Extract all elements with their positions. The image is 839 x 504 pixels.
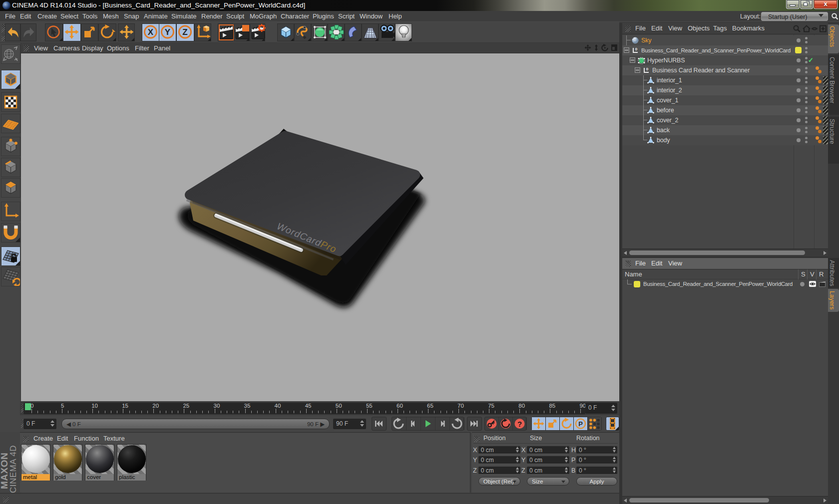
- svg-text:0: 0: [646, 67, 649, 71]
- svg-text:X: X: [147, 27, 153, 37]
- svg-text:?: ?: [517, 420, 522, 428]
- svg-text:Y: Y: [165, 27, 171, 37]
- svg-text:0: 0: [635, 47, 638, 51]
- svg-text:Z: Z: [183, 27, 188, 37]
- svg-text:P: P: [578, 420, 583, 428]
